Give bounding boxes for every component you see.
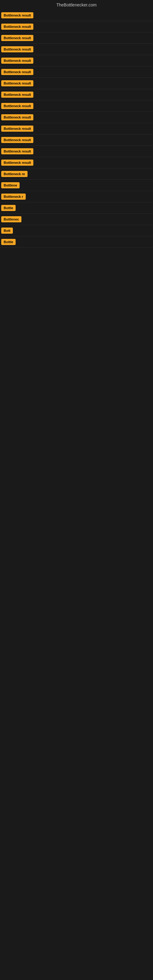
bottleneck-badge-5[interactable]: Bottleneck result: [1, 57, 33, 64]
bottleneck-badge-11[interactable]: Bottleneck result: [1, 126, 33, 132]
result-row-16: Bottlene: [0, 180, 153, 191]
result-row-15: Bottleneck re: [0, 169, 153, 180]
result-row-2: Bottleneck result: [0, 21, 153, 32]
result-row-18: Bottle: [0, 202, 153, 214]
bottleneck-badge-9[interactable]: Bottleneck result: [1, 103, 33, 109]
result-row-3: Bottleneck result: [0, 32, 153, 44]
result-row-7: Bottleneck result: [0, 78, 153, 89]
bottleneck-badge-2[interactable]: Bottleneck result: [1, 24, 33, 30]
bottleneck-badge-19[interactable]: Bottlenec: [1, 216, 21, 222]
result-row-12: Bottleneck result: [0, 134, 153, 146]
result-row-4: Bottleneck result: [0, 44, 153, 55]
bottleneck-badge-21[interactable]: Bottle: [1, 239, 16, 245]
bottleneck-badge-17[interactable]: Bottleneck r: [1, 194, 26, 200]
result-row-17: Bottleneck r: [0, 191, 153, 202]
bottleneck-badge-6[interactable]: Bottleneck result: [1, 69, 33, 75]
result-row-6: Bottleneck result: [0, 67, 153, 78]
bottleneck-badge-16[interactable]: Bottlene: [1, 182, 19, 188]
bottleneck-badge-15[interactable]: Bottleneck re: [1, 171, 27, 177]
bottleneck-badge-18[interactable]: Bottle: [1, 205, 16, 211]
result-row-5: Bottleneck result: [0, 55, 153, 67]
result-row-21: Bottle: [0, 236, 153, 248]
result-row-10: Bottleneck result: [0, 112, 153, 123]
bottleneck-badge-1[interactable]: Bottleneck result: [1, 12, 33, 18]
bottleneck-badge-4[interactable]: Bottleneck result: [1, 46, 33, 52]
result-row-9: Bottleneck result: [0, 100, 153, 112]
bottleneck-badge-13[interactable]: Bottleneck result: [1, 148, 33, 154]
result-row-1: Bottleneck result: [0, 10, 153, 21]
bottleneck-badge-7[interactable]: Bottleneck result: [1, 80, 33, 86]
result-row-8: Bottleneck result: [0, 89, 153, 100]
result-row-19: Bottlenec: [0, 214, 153, 225]
bottleneck-badge-10[interactable]: Bottleneck result: [1, 114, 33, 120]
bottleneck-badge-12[interactable]: Bottleneck result: [1, 137, 33, 143]
results-container: Bottleneck resultBottleneck resultBottle…: [0, 10, 153, 248]
site-title: TheBottlenecker.com: [0, 0, 153, 10]
bottleneck-badge-20[interactable]: Bott: [1, 228, 13, 234]
bottleneck-badge-8[interactable]: Bottleneck result: [1, 92, 33, 98]
result-row-20: Bott: [0, 225, 153, 236]
result-row-13: Bottleneck result: [0, 146, 153, 157]
result-row-14: Bottleneck result: [0, 157, 153, 169]
bottleneck-badge-14[interactable]: Bottleneck result: [1, 159, 33, 166]
bottleneck-badge-3[interactable]: Bottleneck result: [1, 35, 33, 41]
result-row-11: Bottleneck result: [0, 123, 153, 134]
